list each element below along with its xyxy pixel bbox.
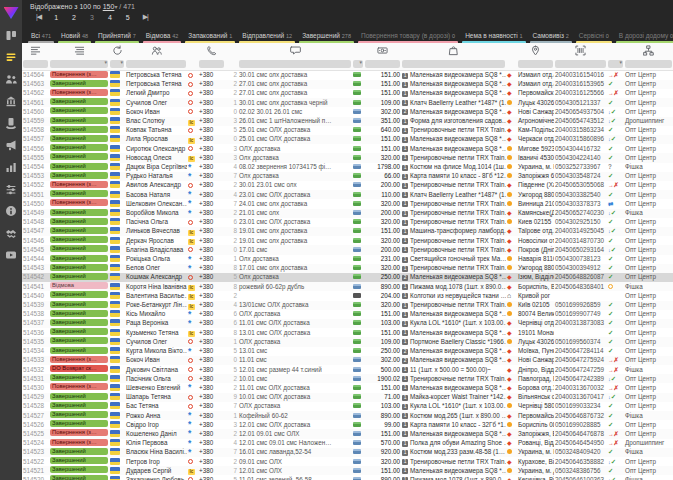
- customer-phone[interactable]: +380: [198, 475, 225, 480]
- tracking-number[interactable]: 0501699028885: [554, 420, 607, 429]
- table-row[interactable]: 514564Повернення (з…Петровська Тетяна+38…: [22, 70, 673, 80]
- customer-phone[interactable]: +380: [198, 347, 225, 356]
- tracking-number[interactable]: 20450646476878: [554, 429, 607, 438]
- customer-name[interactable]: Власюк Ніна Василі…: [125, 448, 187, 457]
- status-cell[interactable]: Завершений: [49, 209, 109, 218]
- tab-9[interactable]: Самовивіз 2: [530, 27, 572, 43]
- customer-phone[interactable]: +380: [198, 365, 225, 374]
- status-cell[interactable]: Завершений: [49, 291, 109, 300]
- product-cell[interactable]: 1Костюм мод.233 разм.48-58 (1…: [401, 448, 506, 457]
- order-note[interactable]: 27.01 смс олх доставка: [238, 80, 352, 89]
- status-cell[interactable]: Завершений: [49, 98, 109, 107]
- last-page-button[interactable]: ▶|: [137, 13, 154, 21]
- tracking-number[interactable]: 0504304416732: [554, 144, 607, 153]
- column-header[interactable]: [187, 43, 198, 58]
- status-cell[interactable]: Завершений: [49, 301, 109, 310]
- tracking-number[interactable]: 20450646100363: [554, 475, 607, 480]
- order-note[interactable]: 25.01 смс ОЛХ доставка: [238, 135, 352, 144]
- filter-input[interactable]: [239, 60, 351, 68]
- tracking-number[interactable]: 20450654743512: [554, 117, 607, 126]
- status-cell[interactable]: Повернення (з…: [49, 439, 109, 448]
- customer-phone[interactable]: +380: [198, 227, 225, 236]
- customer-name[interactable]: Кузьменко Тетяна: [125, 328, 187, 337]
- tracking-number[interactable]: 0501699926859: [554, 301, 607, 310]
- customer-name[interactable]: Свідро Ігор: [125, 420, 187, 429]
- status-cell[interactable]: Завершений: [49, 402, 109, 411]
- table-row[interactable]: 514535ЗавершенийСучилов Олег+3801ОЛХ дос…: [22, 337, 673, 346]
- product-cell[interactable]: 1Маленькая видеокамера SQ8 *…: [401, 429, 506, 438]
- tracking-number[interactable]: 0504303382540: [554, 190, 607, 199]
- customer-phone[interactable]: +380: [198, 144, 225, 153]
- table-row[interactable]: 514538ЗавершенийКісь Михайло*+3806ОЛХ до…: [22, 310, 673, 319]
- customer-phone[interactable]: +380: [198, 245, 225, 254]
- customer-name[interactable]: Дукович Світлана: [125, 365, 187, 374]
- status-cell[interactable]: Завершений: [49, 236, 109, 245]
- filter-input[interactable]: [199, 60, 224, 68]
- customer-phone[interactable]: +380: [198, 255, 225, 264]
- tracking-number[interactable]: 20400314925045: [554, 227, 607, 236]
- order-note[interactable]: 17.01 смс: [238, 245, 352, 254]
- column-header[interactable]: [624, 43, 673, 58]
- product-cell[interactable]: 1Тренировочные петли TRX Train…: [401, 199, 506, 208]
- order-note[interactable]: 27.01 смс олх доставка: [238, 89, 352, 98]
- product-cell[interactable]: 1Пижама мод.1078 (1шт. х 890.0…: [401, 282, 506, 291]
- customer-phone[interactable]: +380: [198, 383, 225, 392]
- customer-name[interactable]: Шелковин Олексан…: [125, 199, 187, 208]
- order-note[interactable]: 12.01 смс размер 44 т.синий: [238, 365, 352, 374]
- order-note[interactable]: 23.01 смс ОЛХ доставка: [238, 218, 352, 227]
- column-header[interactable]: [22, 43, 49, 58]
- table-row[interactable]: 514534ЗавершенийКурта Микола Вікто…*+380…: [22, 347, 673, 356]
- customer-name[interactable]: Рожко Анна: [125, 411, 187, 420]
- customer-name[interactable]: Дударев Сергій: [125, 466, 187, 475]
- tracking-number[interactable]: 0503248386756: [554, 466, 607, 475]
- order-note[interactable]: 12.01 09.01 смс ОЛХ: [238, 429, 352, 438]
- customer-name[interactable]: Кошеленко Даніл: [125, 429, 187, 438]
- tracking-number[interactable]: 20400314870730: [554, 236, 607, 245]
- status-cell[interactable]: Завершений: [49, 245, 109, 254]
- filter-input[interactable]: ▾: [110, 60, 124, 68]
- product-cell[interactable]: 1Колготки из нервущейся ткани …: [401, 291, 506, 300]
- product-cell[interactable]: 2Маленькая видеокамера SQ8 *…: [401, 273, 506, 282]
- tracking-number[interactable]: 20450654937504: [554, 107, 607, 116]
- customer-phone[interactable]: +380: [198, 429, 225, 438]
- table-row[interactable]: 514547ЗавершенийЛиньков Вячеславlc+38081…: [22, 227, 673, 236]
- status-cell[interactable]: Завершений: [49, 337, 109, 346]
- customer-phone[interactable]: +380: [198, 199, 225, 208]
- customer-phone[interactable]: +380: [198, 98, 225, 107]
- customer-name[interactable]: Линьков Вячеслав: [125, 227, 187, 236]
- order-note[interactable]: 26.01 смс 1 штНаложенный п…: [238, 117, 352, 126]
- order-note[interactable]: 16.01 смс лаванда,52-54: [238, 448, 352, 457]
- page-size-select[interactable]: 150: [103, 3, 115, 10]
- table-row[interactable]: 514554ЗавершенийДацюк Віра Сергіївна*+38…: [22, 163, 673, 172]
- product-cell[interactable]: 1Тренировочные петли TRX Train…: [401, 153, 506, 162]
- customer-name[interactable]: Благіна Владіслава: [125, 245, 187, 254]
- order-note[interactable]: 30.01 смс олх доставка черній: [238, 98, 352, 107]
- product-cell[interactable]: 1Маленькая видеокамера SQ8 *…: [401, 135, 506, 144]
- sidebar-item-contacts[interactable]: [0, 68, 22, 90]
- table-row[interactable]: 514536ЗавершенийКузьменко Тетянаlc+38081…: [22, 328, 673, 337]
- order-note[interactable]: 12.01 смс ОЛХ: [238, 466, 352, 475]
- tab-8[interactable]: Нема в наявності 1: [462, 27, 525, 43]
- filter-input[interactable]: [365, 60, 400, 68]
- tracking-number[interactable]: 0501699907749: [554, 310, 607, 319]
- sidebar-item-partners[interactable]: [0, 222, 22, 244]
- table-row[interactable]: 514531ЗавершенийПасічник Ольга+380210.01…: [22, 374, 673, 383]
- product-cell[interactable]: 1Тренировочные петли TRX Train…: [401, 374, 506, 383]
- order-note[interactable]: 23.01 смс ОЛХ доставка: [238, 190, 352, 199]
- table-row[interactable]: 514552Повернення (з…Авилов Александр+380…: [22, 181, 673, 190]
- sidebar-item-boards[interactable]: [0, 24, 22, 46]
- tracking-number[interactable]: 0501699033234: [554, 402, 607, 411]
- product-cell[interactable]: 1Карта памяти 10 класс - 8Гб *12…: [401, 172, 506, 181]
- column-header[interactable]: [517, 43, 554, 58]
- tracking-number[interactable]: 20400316125566: [554, 89, 607, 98]
- status-cell[interactable]: Завершений: [49, 227, 109, 236]
- table-row[interactable]: 514545ЗавершенийБлагіна Владіслава+38001…: [22, 245, 673, 254]
- tracking-number[interactable]: 0504305121337: [554, 98, 607, 107]
- status-cell[interactable]: Завершений: [49, 144, 109, 153]
- tracking-number[interactable]: 20400316153965: [554, 80, 607, 89]
- order-note[interactable]: 21.01 смс олх: [238, 209, 352, 218]
- order-note[interactable]: рожевий 60-62р дубль: [238, 282, 352, 291]
- product-cell[interactable]: 1Тренировочные петли TRX Train…: [401, 126, 506, 135]
- tracking-number[interactable]: 20400313873083: [554, 319, 607, 328]
- order-note[interactable]: ОЛХ доставка: [238, 402, 352, 411]
